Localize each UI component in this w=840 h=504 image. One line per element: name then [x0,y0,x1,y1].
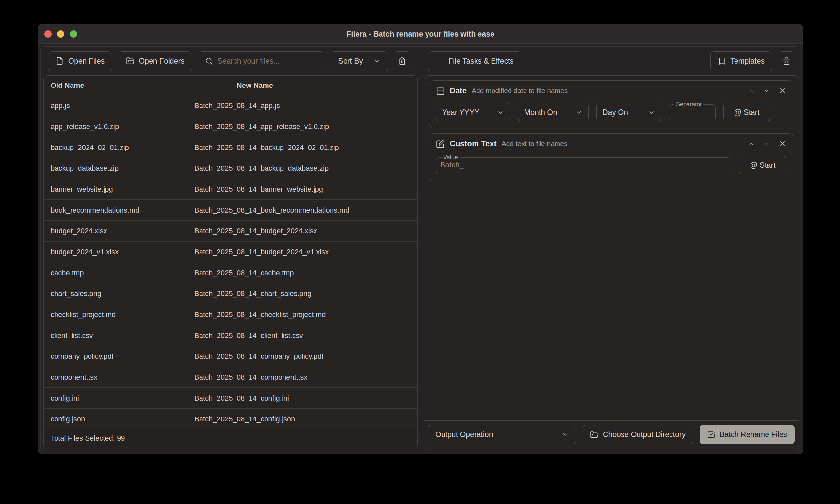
chevron-down-icon[interactable] [763,140,770,147]
output-action-bar: Output Operation Choose Output Directory… [424,420,799,449]
chevron-up-icon[interactable] [748,140,755,147]
task-cards: Date Add modified date to file names Yea… [424,76,799,420]
month-format-dropdown[interactable]: Month On [518,103,589,122]
day-format-dropdown[interactable]: Day On [596,103,661,122]
table-row[interactable]: client_list.csv Batch_2025_08_14_client_… [44,325,417,346]
tasks-toolbar: File Tasks & Effects Templates [424,47,799,75]
custom-text-card-header: Custom Text Add text to file names [436,139,786,148]
old-name-cell: config.json [44,415,189,424]
choose-output-directory-button[interactable]: Choose Output Directory [583,425,693,444]
new-name-column-header: New Name [189,81,321,90]
trash-icon [398,57,406,65]
new-name-cell: Batch_2025_08_14_banner_website.jpg [189,185,417,194]
close-icon[interactable] [45,30,52,38]
custom-text-position-button[interactable]: @ Start [739,156,786,174]
date-position-button[interactable]: @ Start [723,103,770,122]
chevron-down-icon[interactable] [763,88,770,94]
table-row[interactable]: company_policy.pdf Batch_2025_08_14_comp… [44,346,417,367]
search-input[interactable] [217,57,318,66]
open-files-label: Open Files [68,57,105,66]
custom-text-position-label: @ Start [750,161,775,170]
table-row[interactable]: config.ini Batch_2025_08_14_config.ini [44,388,417,409]
open-files-button[interactable]: Open Files [48,51,112,71]
table-row[interactable]: banner_website.jpg Batch_2025_08_14_bann… [44,179,417,200]
table-row[interactable]: backup_2024_02_01.zip Batch_2025_08_14_b… [44,137,417,158]
table-row[interactable]: app_release_v1.0.zip Batch_2025_08_14_ap… [44,116,417,137]
chevron-down-icon [562,431,568,438]
year-format-label: Year YYYY [442,108,479,117]
zoom-icon[interactable] [70,30,77,38]
date-card-header: Date Add modified date to file names [436,86,786,95]
table-body: app.js Batch_2025_08_14_app.js app_relea… [44,95,417,428]
output-operation-dropdown[interactable]: Output Operation [428,425,576,444]
table-row[interactable]: component.tsx Batch_2025_08_14_component… [44,367,417,388]
old-name-cell: book_recommendations.md [44,206,189,214]
add-task-button[interactable]: File Tasks & Effects [428,51,521,71]
table-row[interactable]: cache.tmp Batch_2025_08_14_cache.tmp [44,263,417,283]
file-table-panel: Old Name New Name app.js Batch_2025_08_1… [43,75,418,449]
table-row[interactable]: book_recommendations.md Batch_2025_08_14… [44,200,417,221]
titlebar[interactable]: Filera - Batch rename your files with ea… [38,24,803,44]
table-row[interactable]: config.json Batch_2025_08_14_config.json [44,409,417,428]
calendar-icon [436,87,445,95]
old-name-cell: checklist_project.md [44,310,189,319]
minimize-icon[interactable] [57,30,64,38]
content-wrapper: Open Files Open Folders Sort By File [40,46,801,451]
folder-open-icon [126,57,135,65]
old-name-cell: company_policy.pdf [44,352,189,361]
date-card-subtitle: Add modified date to file names [472,87,567,95]
table-row[interactable]: app.js Batch_2025_08_14_app.js [44,95,417,116]
table-row[interactable]: chart_sales.png Batch_2025_08_14_chart_s… [44,283,417,304]
tasks-panel: Date Add modified date to file names Yea… [424,75,799,449]
custom-text-card-subtitle: Add text to file names [502,140,567,147]
new-name-cell: Batch_2025_08_14_book_recommendations.md [189,206,417,214]
table-row[interactable]: budget_2024.xlsx Batch_2025_08_14_budget… [44,221,417,241]
x-icon[interactable] [778,140,786,147]
file-icon [55,57,64,65]
custom-text-value-field: Value [436,154,731,174]
table-row[interactable]: backup_database.zip Batch_2025_08_14_bac… [44,158,417,179]
sort-by-dropdown[interactable]: Sort By [331,51,388,71]
batch-rename-button[interactable]: Batch Rename Files [700,425,794,444]
separator-label: Separator [675,101,703,108]
value-label: Value [441,154,459,161]
app-window: Filera - Batch rename your files with ea… [38,24,803,454]
old-name-cell: budget_2024_v1.xlsx [44,248,189,256]
table-row[interactable]: budget_2024_v1.xlsx Batch_2025_08_14_bud… [44,241,417,263]
clear-tasks-button[interactable] [778,51,794,71]
window-title: Filera - Batch rename your files with ea… [38,30,803,38]
chevron-down-icon [497,109,504,116]
old-name-cell: component.tsx [44,373,189,382]
custom-text-input[interactable] [440,161,728,169]
open-folders-label: Open Folders [139,57,184,66]
output-operation-label: Output Operation [435,430,493,439]
date-card-actions [748,87,786,95]
choose-output-directory-label: Choose Output Directory [603,430,685,439]
old-name-column-header: Old Name [44,81,189,90]
table-row[interactable]: checklist_project.md Batch_2025_08_14_ch… [44,304,417,325]
year-format-dropdown[interactable]: Year YYYY [436,103,510,122]
templates-button[interactable]: Templates [710,51,772,71]
chevron-down-icon [575,109,582,116]
desktop-background: { "window": { "title": "Filera - Batch r… [0,0,840,504]
new-name-cell: Batch_2025_08_14_client_list.csv [189,331,417,340]
old-name-cell: app.js [44,102,189,110]
x-icon[interactable] [778,87,786,95]
bookmark-icon [718,57,726,65]
date-card-controls: Year YYYY Month On Day On Separator [436,101,786,122]
open-folders-button[interactable]: Open Folders [119,51,192,71]
check-square-icon [707,431,715,439]
clear-files-button[interactable] [395,51,410,71]
chevron-up-icon[interactable] [748,88,755,94]
separator-input[interactable] [673,108,712,116]
new-name-cell: Batch_2025_08_14_app.js [189,102,417,110]
window-controls [38,30,77,38]
total-files-label: Total Files Selected: 99 [51,434,125,443]
trash-icon [783,57,791,65]
old-name-cell: chart_sales.png [44,290,189,298]
custom-text-card-title: Custom Text [450,139,497,148]
search-field[interactable] [198,51,324,71]
add-task-label: File Tasks & Effects [449,57,514,66]
separator-field: Separator [669,101,716,122]
old-name-cell: backup_2024_02_01.zip [44,143,189,152]
